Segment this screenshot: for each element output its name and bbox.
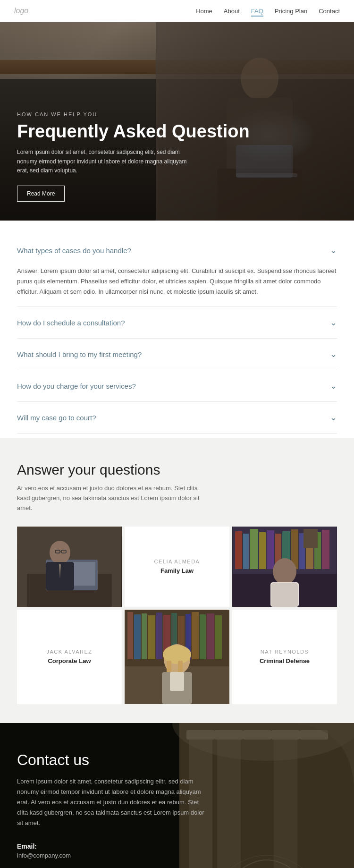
team-card-jack: JACK ALVAREZ Corporate Law [17,610,122,704]
hero-section: HOW CAN WE HELP YOU Frequently Asked Que… [0,22,354,221]
nav-contact[interactable]: Contact [319,8,340,15]
nav-faq[interactable]: FAQ [251,8,263,17]
team-name-nat: NAT REYNOLDS [261,649,309,655]
team-grid-row2: JACK ALVAREZ Corporate Law [17,610,337,704]
team-card-celia: CELIA ALMEDA Family Law [125,527,229,607]
team-section-title: Answer your questions [17,462,337,478]
faq-question-5[interactable]: Will my case go to court? ⌄ [17,402,337,433]
svg-rect-28 [322,530,329,569]
faq-question-text-3: What should I bring to my first meeting? [17,350,142,358]
nav-links: Home About FAQ Pricing Plan Contact [196,7,340,15]
team-role-nat: Criminal Defense [260,657,310,664]
faq-chevron-3: ⌄ [330,349,337,359]
navbar: logo Home About FAQ Pricing Plan Contact [0,0,354,22]
svg-rect-18 [243,534,249,569]
hero-content: HOW CAN WE HELP YOU Frequently Asked Que… [17,111,250,202]
hero-description: Lorem ipsum dolor sit amet, consetetur s… [17,148,187,175]
faq-question-4[interactable]: How do you charge for your services? ⌄ [17,370,337,401]
faq-chevron-4: ⌄ [330,381,337,391]
svg-rect-36 [134,614,141,659]
team-card-woman2 [125,610,229,704]
nav-pricing[interactable]: Pricing Plan [275,8,307,15]
contact-section: Contact us Lorem ipsum dolor sit amet, c… [0,723,354,868]
svg-rect-29 [303,529,318,548]
faq-question-3[interactable]: What should I bring to my first meeting?… [17,339,337,370]
faq-item-1: What types of cases do you handle? ⌄ Ans… [17,235,337,307]
nav-home[interactable]: Home [196,8,212,15]
contact-email-label: Email: [17,842,206,850]
svg-rect-46 [207,613,214,659]
svg-rect-53 [170,672,184,691]
faq-question-text-5: Will my case go to court? [17,414,96,422]
contact-description: Lorem ipsum dolor sit amet, consetetur s… [17,776,206,828]
faq-question-text-1: What types of cases do you handle? [17,247,131,255]
svg-rect-47 [215,615,222,659]
svg-rect-39 [156,613,162,659]
faq-section: What types of cases do you handle? ⌄ Ans… [0,221,354,438]
team-role-celia: Family Law [160,567,194,574]
team-section-desc: At vero eos et accusam et justo duo dolo… [17,484,206,513]
contact-email-value: info@company.com [17,852,206,859]
team-photo-man [17,527,122,607]
team-card-nat: NAT REYNOLDS Criminal Defense [232,610,337,704]
svg-rect-21 [267,530,274,569]
svg-point-30 [273,558,296,585]
team-name-jack: JACK ALVAREZ [46,649,92,655]
hero-read-more-button[interactable]: Read More [17,186,65,202]
svg-rect-19 [250,529,258,569]
svg-rect-38 [148,615,155,659]
svg-rect-17 [235,531,242,569]
svg-point-0 [241,58,278,100]
team-photo-woman2 [125,610,229,704]
svg-rect-45 [200,614,206,659]
team-card-woman1 [232,527,337,607]
contact-content: Contact us Lorem ipsum dolor sit amet, c… [17,751,206,868]
faq-item-2: How do I schedule a consultation? ⌄ [17,307,337,339]
faq-chevron-5: ⌄ [330,412,337,423]
svg-rect-44 [192,612,199,659]
svg-rect-35 [127,612,133,659]
svg-rect-20 [259,532,266,569]
team-name-celia: CELIA ALMEDA [154,559,200,564]
faq-chevron-2: ⌄ [330,317,337,328]
nav-about[interactable]: About [224,8,240,15]
team-grid-row1: CELIA ALMEDA Family Law [17,527,337,607]
hero-title: Frequently Asked Question [17,122,250,142]
faq-chevron-1: ⌄ [330,245,337,255]
svg-rect-32 [271,583,298,607]
faq-question-text-4: How do you charge for your services? [17,382,136,390]
hero-tagline: HOW CAN WE HELP YOU [17,111,250,117]
faq-item-5: Will my case go to court? ⌄ [17,402,337,434]
team-section: Answer your questions At vero eos et acc… [0,438,354,723]
faq-question-text-2: How do I schedule a consultation? [17,319,125,327]
team-card-man [17,527,122,607]
faq-question-1[interactable]: What types of cases do you handle? ⌄ [17,235,337,266]
faq-answer-1: Answer. Lorem ipsum dolor sit amet, cons… [17,266,337,306]
faq-item-4: How do you charge for your services? ⌄ [17,370,337,402]
team-photo-woman1 [232,527,337,607]
svg-rect-37 [142,613,147,659]
faq-item-3: What should I bring to my first meeting?… [17,339,337,370]
faq-question-2[interactable]: How do I schedule a consultation? ⌄ [17,307,337,338]
contact-title: Contact us [17,751,206,769]
team-role-jack: Corporate Law [48,657,91,664]
logo: logo [14,7,28,15]
